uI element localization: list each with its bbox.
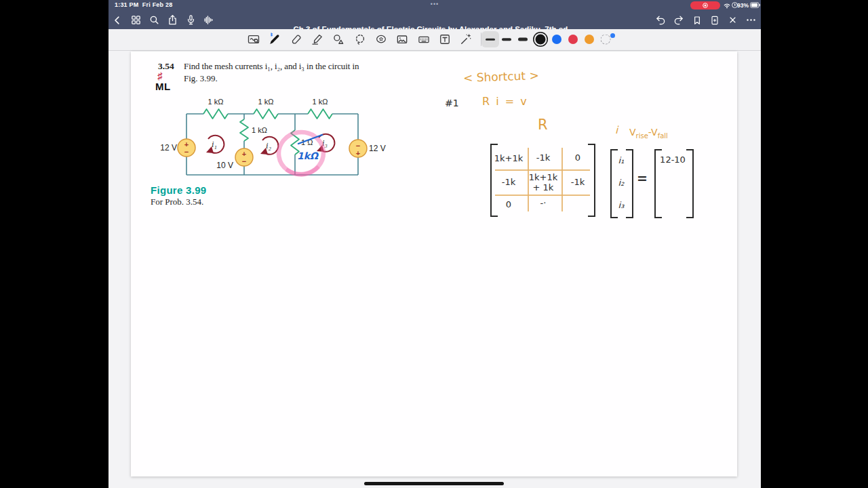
search-button[interactable] (146, 12, 162, 28)
source-right-label: 12 V (369, 144, 386, 153)
zoom-window-icon (247, 33, 260, 46)
custom-color-badge (610, 33, 615, 38)
matrix-grid-hline1 (495, 169, 590, 171)
matrix-cell-r3c1: 0 (492, 199, 525, 209)
ellipsis-icon (745, 14, 757, 26)
pen-tool[interactable] (266, 30, 283, 48)
status-time: 1:31 PM (115, 1, 138, 8)
keyboard-tool[interactable] (415, 30, 433, 48)
multitask-dots-icon[interactable]: ••• (431, 1, 439, 7)
thumbnails-button[interactable] (127, 12, 144, 28)
matrix-cell-r1c1: 1k+1k (492, 153, 525, 163)
share-button[interactable] (164, 12, 180, 28)
v-rise-v: V (629, 127, 636, 138)
matlab-hash-icon: ♯ (157, 70, 163, 81)
v-rise-sub: rise (636, 132, 648, 140)
grid-icon (130, 14, 142, 26)
status-time-date: 1:31 PM Fri Feb 28 (115, 1, 172, 8)
matrix-cell-r1c3: 0 (561, 152, 594, 163)
thickness-thick-option[interactable] (518, 38, 528, 41)
mesh-label-i2: i₂ (266, 141, 271, 150)
battery-icon (750, 1, 761, 9)
close-icon (728, 15, 738, 25)
image-tool[interactable] (393, 30, 411, 48)
mesh-label-i1: i₁ (212, 140, 217, 149)
bookmark-button[interactable] (689, 12, 705, 28)
source-left-label: 12 V (160, 143, 177, 152)
resistor-label-top1: 1 kΩ (208, 98, 224, 106)
sticker-icon (374, 33, 388, 46)
handwritten-1k-ohm: 1kΩ (297, 150, 319, 161)
matrix-cell-r2c2: 1k+1k + 1k (527, 172, 559, 192)
pen-icon (268, 33, 281, 46)
handwritten-equation: R i = v (482, 95, 528, 108)
more-button[interactable] (743, 12, 759, 28)
close-button[interactable] (724, 12, 741, 28)
matrix-cell-r1c2: -1k (527, 152, 559, 163)
text-tool[interactable] (436, 30, 454, 48)
thickness-medium-option[interactable] (502, 38, 511, 41)
battery-percent: 93% (737, 2, 749, 9)
matrix-cell-r2c3: -1k (561, 177, 594, 187)
highlighter-icon (311, 33, 324, 46)
vector-label-i: i (615, 124, 618, 136)
home-indicator[interactable] (364, 482, 504, 485)
shapes-tool[interactable] (330, 30, 347, 48)
screen-recording-indicator[interactable] (690, 1, 720, 9)
microphone-button[interactable] (182, 12, 199, 28)
thickness-thin-option[interactable] (486, 39, 495, 41)
equals-sign: = (637, 171, 648, 186)
search-icon (149, 14, 160, 26)
image-icon (395, 33, 409, 46)
undo-icon (655, 14, 667, 26)
add-page-icon (709, 15, 720, 26)
audio-recordings-button[interactable] (200, 12, 216, 28)
microphone-icon (185, 14, 197, 26)
undo-button[interactable] (652, 12, 669, 28)
rhs-entry-1: 12-10 (656, 155, 689, 165)
notes-app-window: 1:31 PM Fri Feb 28 ••• 93% (108, 0, 761, 488)
sticker-tool[interactable] (372, 30, 390, 48)
text-icon (438, 33, 452, 46)
color-black-swatch[interactable] (536, 35, 546, 45)
chevron-left-icon (111, 14, 123, 26)
problem-text-line1: Find the mesh currents i₁, i₂, and i₃ in… (184, 61, 359, 72)
handwritten-heading: < Shortcut > (463, 68, 539, 85)
lasso-icon (353, 33, 367, 46)
status-date: Fri Feb 28 (142, 1, 173, 8)
redo-button[interactable] (670, 12, 686, 28)
color-blue-swatch[interactable] (552, 35, 561, 44)
zoom-window-tool[interactable] (245, 30, 262, 48)
handwritten-step-number: #1 (445, 98, 459, 108)
record-icon (702, 2, 709, 9)
color-custom-swatch[interactable] (601, 35, 611, 45)
source-mid-minus: − (242, 157, 246, 165)
wifi-icon (723, 1, 731, 9)
matrix-cell-r2c1: -1k (492, 177, 525, 187)
matrix-grid-hline2 (495, 195, 590, 196)
keyboard-icon (417, 33, 431, 46)
figure-caption: For Prob. 3.54. (151, 197, 203, 207)
source-left-minus: − (184, 148, 189, 156)
resistor-label-top3: 1 kΩ (313, 98, 328, 106)
current-vector-i3: i₃ (613, 200, 629, 210)
source-right-plus: + (356, 149, 360, 157)
resistor-label-top2: 1 kΩ (258, 98, 274, 106)
resistor-label-mid: 1 kΩ (252, 126, 267, 134)
color-red-swatch[interactable] (568, 35, 578, 44)
lasso-tool[interactable] (351, 30, 369, 48)
color-orange-swatch[interactable] (585, 35, 594, 44)
matrix-label-R: R (538, 117, 548, 133)
circuit-diagram: + − + − − + 1 kΩ 1 kΩ 1 kΩ 1 kΩ 1 Ω 12 V… (153, 95, 397, 183)
current-vector-i2: i₂ (613, 178, 629, 188)
highlighter-tool[interactable] (309, 30, 326, 48)
figure-title: Figure 3.99 (151, 184, 207, 196)
laser-wand-icon (459, 33, 473, 46)
shapes-icon (332, 33, 345, 46)
redo-icon (673, 14, 684, 26)
eraser-tool[interactable] (288, 30, 305, 48)
bookmark-icon (692, 15, 703, 26)
back-button[interactable] (109, 12, 125, 28)
add-page-button[interactable] (707, 12, 723, 28)
laser-pointer-tool[interactable] (457, 30, 475, 48)
